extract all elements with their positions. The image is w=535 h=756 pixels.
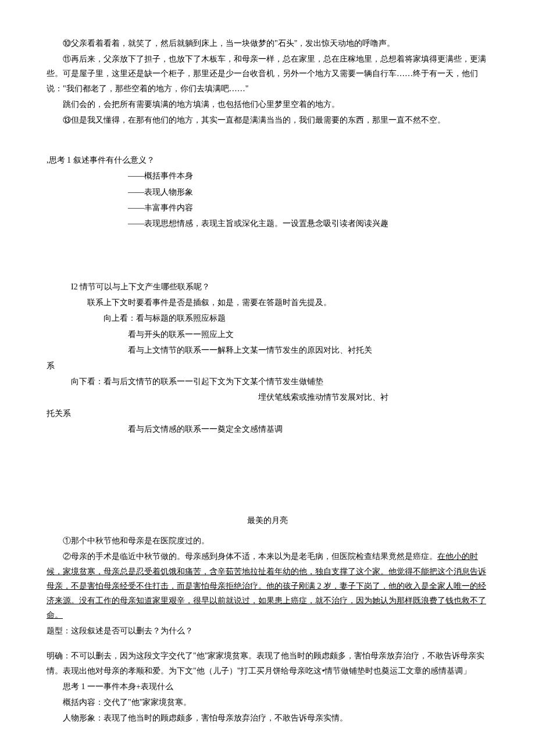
think1-title: ,思考 1 叙述事件有什么意义？ [47, 153, 488, 167]
moon-s1: 思考 1 一一事件本身+表现什么 [47, 679, 488, 694]
think2-up-title: 向上看：看与标题的联系照应标题 [104, 311, 488, 325]
paragraph-11: ⑪再后来，父亲放下了担子，也放下了木板车，和母亲一样，总在家里，总在庄稼地里，总… [47, 52, 488, 96]
paragraph-10: ⑩父亲看着看着，就笑了，然后就躺到床上，当一块做梦的"石头"，发出惊天动地的呼噜… [47, 36, 488, 51]
moon-s2: 概括内容：交代了"他"家家境贫寒。 [47, 695, 488, 710]
think2-line1: 联系上下文时要看事件是否是插叙，如是，需要在答题时首先提及。 [87, 295, 488, 310]
moon-p2: ②母亲的手术是临近中秋节做的。母亲感到身体不适，本来以为是老毛病，但医院检查结果… [47, 549, 488, 622]
think1-line2: ——表现人物形象 [128, 185, 488, 199]
moon-title: 最美的月亮 [47, 513, 488, 528]
think2-down-title: 向下看：看与后文情节的联系一一引起下文为下文某个情节发生做铺垫 [71, 374, 488, 389]
think1-line3: ——丰富事件内容 [128, 200, 488, 215]
think2-down-line2b: 托关系 [47, 406, 488, 421]
paragraph-skip: 跳们会的，会把所有需要填满的地方填满，也包括他们心里梦里空着的地方。 [47, 97, 488, 112]
think2-down-line2: 埋伏笔线索或推动情节发展对比、衬 [258, 390, 488, 404]
think1-line4: ——表现思想情感，表现主旨或深化主题。一设置悬念吸引读者阅读兴趣 [128, 216, 488, 231]
think2-title: I2 情节可以与上下文产生哪些联系呢？ [71, 280, 488, 294]
moon-p1: ①那个中秋节他和母亲是在医院度过的。 [47, 533, 488, 548]
think2-up-line3: 看与上文情节的联系一一解释上文某一情节发生的原因对比、衬托关 [128, 343, 488, 357]
moon-s3: 人物形象：表现了他当时的顾虑颇多，害怕母亲放弃治疗，不敢告诉母亲实情。 [47, 711, 488, 725]
think2-up-line2: 看与开头的联系一一照应上文 [128, 327, 488, 342]
think1-line1: ——概括事件本身 [128, 169, 488, 183]
moon-question: 题型：这段叙述是否可以删去？为什么？ [47, 624, 488, 638]
think2-up-line3b: 系 [47, 359, 488, 373]
paragraph-13: ⑬但是我又懂得，在那有他们的地方，其实一直都是满满当当的，我们最需要的东西，那里… [47, 113, 488, 127]
think2-down-line3: 看与后文情感的联系一一奠定全文感情基调 [128, 422, 488, 436]
moon-p2-underline: 在他小的时候，家境贫寒，母亲总是忍受着饥饿和痛苦，含辛茹苦地拉扯着年幼的他，独自… [47, 552, 486, 619]
moon-p2-plain: ②母亲的手术是临近中秋节做的。母亲感到身体不适，本来以为是老毛病，但医院检查结果… [63, 552, 437, 561]
moon-answer: 明确：不可以删去，因为这段文字交代了"他"家家境贫寒。表现了他当时的顾虑颇多，害… [47, 648, 488, 678]
